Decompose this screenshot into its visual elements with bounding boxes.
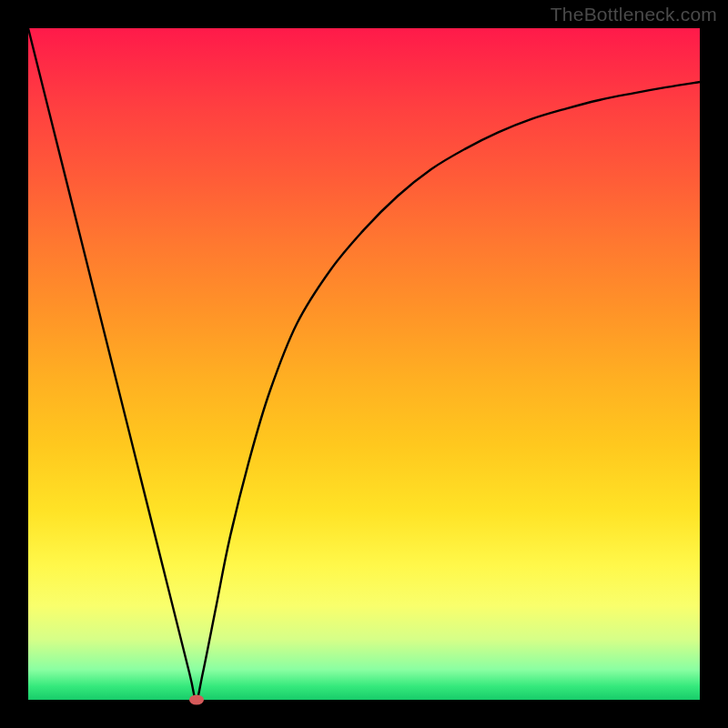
chart-frame: TheBottleneck.com: [0, 0, 728, 728]
chart-plot-area: [28, 28, 700, 700]
bottleneck-curve: [28, 28, 700, 700]
chart-curve-svg: [28, 28, 700, 700]
optimal-point-marker: [189, 695, 204, 705]
watermark-text: TheBottleneck.com: [551, 4, 717, 25]
